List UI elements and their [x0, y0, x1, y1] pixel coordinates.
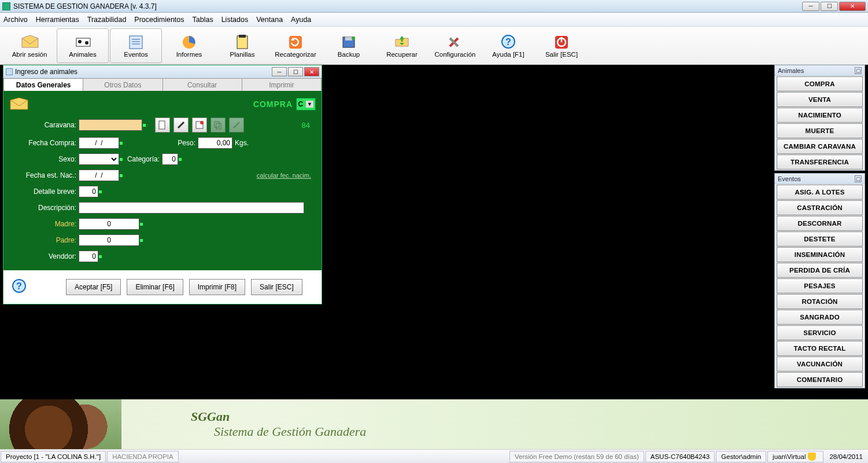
- tab-datos-generales[interactable]: Datos Generales: [3, 78, 83, 91]
- vendedor-input[interactable]: [79, 251, 98, 262]
- aceptar-button[interactable]: Aceptar [F5]: [66, 279, 121, 295]
- menu-trazabilidad[interactable]: Trazabilidad: [87, 16, 127, 24]
- svg-point-3: [85, 41, 88, 45]
- fecha-nac-input[interactable]: [79, 170, 119, 181]
- eventos-btn-vacunaci-n[interactable]: VACUNACIÓN: [777, 357, 863, 372]
- status-project: Proyecto [1 - "LA COLINA S.H."]: [1, 451, 106, 462]
- salir-button[interactable]: Salir [ESC]: [251, 279, 302, 295]
- app-title: SISTEMA DE GESTION GANADERA [v. 4.3.7]: [13, 2, 802, 10]
- menu-tablas[interactable]: Tablas: [193, 16, 213, 24]
- menu-archivo[interactable]: Archivo: [3, 16, 28, 24]
- eliminar-button[interactable]: Eliminar [F6]: [127, 279, 183, 295]
- eventos-btn-inseminaci-n[interactable]: INSEMINACIÓN: [777, 247, 863, 262]
- menu-procedimientos[interactable]: Procedimientos: [134, 16, 184, 24]
- tab-otros-datos[interactable]: Otros Datos: [83, 78, 162, 91]
- caravana-input[interactable]: [79, 119, 142, 131]
- padre-label: Padre:: [9, 236, 79, 244]
- svg-text:?: ?: [16, 281, 22, 291]
- madre-label: Madre:: [9, 220, 79, 228]
- animales-btn-venta[interactable]: VENTA: [777, 92, 863, 107]
- eventos-btn-servicio[interactable]: SERVICIO: [777, 325, 863, 340]
- toolbar-informes[interactable]: Informes: [163, 28, 215, 63]
- menu-ayuda[interactable]: Ayuda: [291, 16, 311, 24]
- minimize-button[interactable]: ─: [802, 2, 819, 11]
- panel-animales-close-icon[interactable]: ▢: [855, 67, 862, 74]
- mdi-area: Ingreso de animales ─ ☐ ✕ Datos Generale…: [0, 65, 868, 399]
- calc-fecha-link[interactable]: calcular fec. nacim.: [257, 172, 311, 179]
- tools-icon: [445, 34, 465, 50]
- child-close-button[interactable]: ✕: [304, 67, 319, 76]
- panel-eventos-close-icon[interactable]: ▢: [855, 175, 862, 182]
- eventos-btn-descornar[interactable]: DESCORNAR: [777, 216, 863, 231]
- panel-eventos-title: Eventos: [778, 175, 801, 182]
- svg-rect-30: [215, 122, 219, 127]
- child-titlebar[interactable]: Ingreso de animales ─ ☐ ✕: [3, 65, 322, 78]
- child-minimize-button[interactable]: ─: [272, 67, 287, 76]
- fecha-compra-input[interactable]: [79, 137, 119, 149]
- categoria-input[interactable]: [162, 153, 178, 165]
- toolbar-recuperar[interactable]: Recuperar: [376, 28, 428, 63]
- menu-listados[interactable]: Listados: [221, 16, 249, 24]
- svg-rect-10: [239, 35, 246, 38]
- eventos-btn-asig-a-lotes[interactable]: ASIG. A LOTES: [777, 185, 863, 200]
- svg-line-32: [234, 122, 239, 128]
- toolbar-label: Salir [ESC]: [545, 51, 578, 58]
- toolbar-salir-esc-[interactable]: Salir [ESC]: [535, 28, 588, 63]
- toolbar-planillas[interactable]: Planillas: [216, 28, 268, 63]
- eventos-btn-perdida-de-cr-a[interactable]: PERDIDA DE CRÍA: [777, 263, 863, 278]
- eventos-btn-tacto-rectal[interactable]: TACTO RECTAL: [777, 341, 863, 356]
- madre-input[interactable]: [79, 218, 139, 230]
- new-doc-button[interactable]: [155, 117, 170, 133]
- tab-consultar[interactable]: Consultar: [163, 78, 242, 91]
- eventos-btn-pesajes[interactable]: PESAJES: [777, 278, 863, 293]
- eventos-btn-sangrado[interactable]: SANGRADO: [777, 310, 863, 325]
- toolbar-recategorizar[interactable]: Recategorizar: [269, 28, 322, 63]
- animales-btn-transferencia[interactable]: TRANSFERENCIA: [777, 155, 863, 170]
- maximize-button[interactable]: ☐: [821, 2, 838, 11]
- eventos-btn-castraci-n[interactable]: CASTRACIÓN: [777, 200, 863, 215]
- notes-button[interactable]: [192, 117, 207, 133]
- animales-btn-cambiar-caravana[interactable]: CAMBIAR CARAVANA: [777, 139, 863, 154]
- detalle-input[interactable]: [79, 186, 98, 197]
- child-window-icon: [6, 68, 13, 75]
- child-maximize-button[interactable]: ☐: [288, 67, 303, 76]
- toolbar-configuraci-n[interactable]: Configuración: [429, 28, 481, 63]
- edit-button[interactable]: [173, 117, 189, 133]
- toolbar-label: Animales: [69, 51, 96, 58]
- padre-input[interactable]: [79, 234, 139, 246]
- mail-icon: [20, 34, 39, 50]
- status-host: ASUS-C7640B4243: [645, 451, 715, 462]
- svg-marker-17: [400, 36, 404, 39]
- menu-ventana[interactable]: Ventana: [256, 16, 283, 24]
- toolbar-label: Recuperar: [386, 51, 418, 58]
- help-icon[interactable]: ?: [9, 277, 29, 297]
- menu-herramientas[interactable]: Herramientas: [36, 16, 79, 24]
- mail-icon: [9, 97, 29, 112]
- toolbar-eventos[interactable]: Eventos: [110, 28, 162, 63]
- close-button[interactable]: ✕: [839, 2, 866, 11]
- copy-button[interactable]: [210, 117, 226, 133]
- descripcion-input[interactable]: [79, 202, 304, 214]
- animales-btn-nacimiento[interactable]: NACIMIENTO: [777, 108, 863, 123]
- toolbar-animales[interactable]: Animales: [57, 28, 109, 63]
- tab-imprimir[interactable]: Imprimir: [242, 78, 322, 91]
- caravana-label: Caravana:: [9, 121, 79, 129]
- animales-btn-compra[interactable]: COMPRA: [777, 76, 863, 91]
- recycle-icon: [286, 34, 305, 50]
- eventos-btn-destete[interactable]: DESTETE: [777, 232, 863, 247]
- eventos-btn-comentario[interactable]: COMENTARIO: [777, 372, 863, 387]
- attach-button[interactable]: [229, 117, 244, 133]
- kgs-label: Kgs.: [235, 139, 249, 147]
- eventos-btn-rotaci-n[interactable]: ROTACIÓN: [777, 294, 863, 309]
- imprimir-button[interactable]: Imprimir [F8]: [189, 279, 245, 295]
- descripcion-label: Descripción:: [9, 204, 79, 212]
- form-button-bar: ? Aceptar [F5] Eliminar [F6] Imprimir [F…: [3, 270, 322, 304]
- toolbar-ayuda-f-[interactable]: ?Ayuda [F1]: [482, 28, 534, 63]
- svg-marker-25: [10, 98, 28, 109]
- animales-btn-muerte[interactable]: MUERTE: [777, 123, 863, 138]
- toolbar-abrir-sesi-n[interactable]: Abrir sesión: [3, 28, 56, 63]
- peso-input[interactable]: [198, 137, 232, 149]
- sexo-select[interactable]: [79, 153, 119, 165]
- compra-select[interactable]: C: [296, 98, 316, 111]
- toolbar-backup[interactable]: Backup: [323, 28, 375, 63]
